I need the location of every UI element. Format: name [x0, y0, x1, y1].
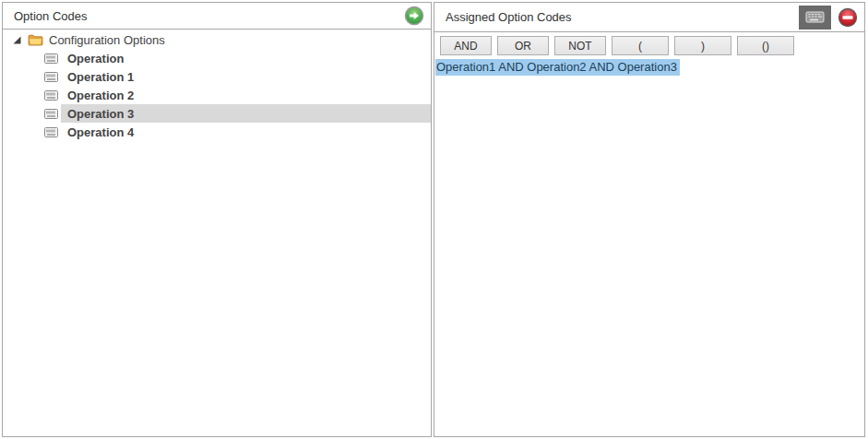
panel-title: Assigned Option Codes — [446, 10, 799, 24]
folder-icon — [28, 34, 43, 46]
tree-item-label: Operation — [67, 52, 124, 65]
assigned-option-codes-panel: Assigned Option Codes — [434, 2, 865, 437]
and-button[interactable]: AND — [440, 36, 492, 55]
option-codes-panel: Option Codes — [2, 2, 432, 437]
assigned-option-codes-header: Assigned Option Codes — [434, 3, 864, 32]
tree-item-label: Operation 4 — [67, 125, 134, 139]
option-code-barcode-icon — [44, 72, 58, 82]
tree-item-operation-2[interactable]: Operation 2 — [3, 86, 431, 104]
open-paren-button[interactable]: ( — [612, 36, 669, 55]
tree-item-operation-4[interactable]: Operation 4 — [3, 123, 431, 141]
tree-item-operation-1[interactable]: Operation 1 — [3, 67, 431, 86]
tree-item-label: Operation 1 — [67, 70, 134, 84]
option-code-barcode-icon — [44, 53, 58, 64]
not-button[interactable]: NOT — [554, 36, 606, 55]
expression-selected-text[interactable]: Operation1 AND Operation2 AND Operation3 — [435, 59, 680, 76]
or-button[interactable]: OR — [497, 36, 549, 55]
remove-option-code-button[interactable] — [838, 7, 858, 28]
assign-arrow-icon — [404, 6, 424, 26]
option-code-barcode-icon — [44, 90, 58, 101]
panel-title: Option Codes — [14, 9, 404, 23]
option-code-barcode-icon — [44, 109, 58, 119]
tree-item-label: Operation 2 — [67, 89, 134, 102]
tree-item-label: Operation 3 — [67, 107, 134, 121]
paren-pair-button[interactable]: () — [737, 36, 794, 55]
keyboard-icon — [805, 10, 825, 24]
keyboard-toggle-button[interactable] — [799, 6, 831, 30]
expander-triangle-icon[interactable] — [11, 34, 22, 45]
remove-icon — [838, 7, 858, 28]
option-codes-header: Option Codes — [3, 3, 431, 30]
tree-root-label: Configuration Options — [49, 33, 165, 47]
option-codes-tree: Configuration Options Operation Oper — [3, 30, 431, 141]
close-paren-button[interactable]: ) — [674, 36, 731, 55]
tree-root-configuration-options[interactable]: Configuration Options — [3, 30, 431, 49]
assign-option-code-button[interactable] — [404, 6, 424, 26]
expression-editor[interactable]: Operation1 AND Operation2 AND Operation3 — [434, 59, 864, 75]
option-code-barcode-icon — [44, 127, 58, 137]
tree-item-operation-3[interactable]: Operation 3 — [3, 104, 431, 123]
operator-toolbar: AND OR NOT ( ) () — [434, 32, 864, 55]
tree-item-operation[interactable]: Operation — [3, 49, 431, 67]
